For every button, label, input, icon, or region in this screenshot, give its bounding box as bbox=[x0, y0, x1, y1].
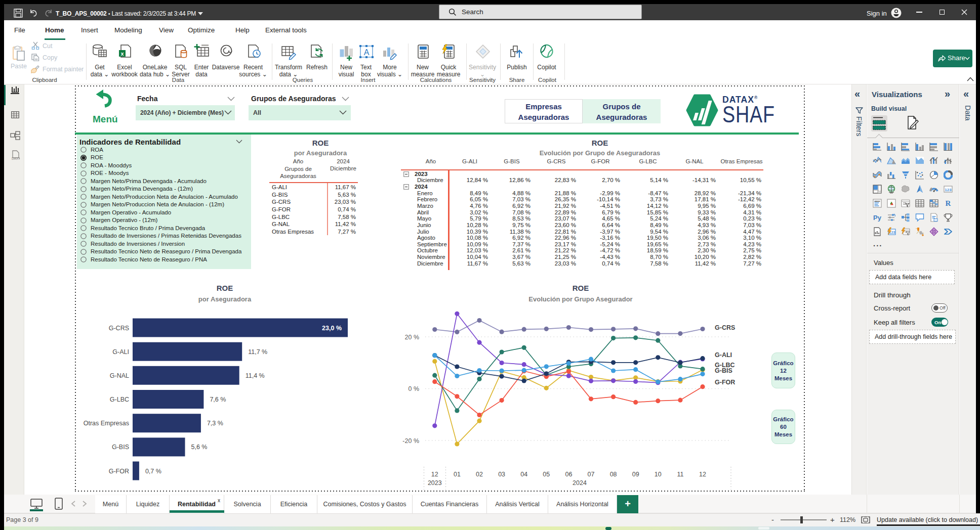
svg-text:G-CRS: G-CRS bbox=[109, 325, 129, 332]
svg-text:0 %: 0 % bbox=[408, 385, 419, 392]
svg-text:11,7 %: 11,7 % bbox=[248, 348, 267, 356]
svg-text:06: 06 bbox=[565, 471, 572, 478]
svg-text:G-LBC: G-LBC bbox=[110, 396, 129, 403]
svg-text:G-FOR: G-FOR bbox=[715, 379, 735, 386]
svg-text:2023: 2023 bbox=[428, 479, 442, 487]
svg-text:03: 03 bbox=[498, 471, 505, 478]
svg-text:08: 08 bbox=[610, 471, 617, 478]
svg-text:DAX: DAX bbox=[12, 157, 19, 160]
svg-text:7,6 %: 7,6 % bbox=[210, 396, 226, 403]
svg-text:12: 12 bbox=[431, 471, 438, 478]
svg-text:0,7 %: 0,7 % bbox=[145, 468, 161, 475]
svg-text:R: R bbox=[946, 199, 951, 207]
svg-text:123: 123 bbox=[945, 188, 952, 192]
svg-text:A: A bbox=[364, 48, 370, 57]
svg-text:G-ALI: G-ALI bbox=[112, 348, 129, 356]
svg-text:20 %: 20 % bbox=[405, 334, 420, 341]
svg-text:05: 05 bbox=[543, 471, 550, 478]
svg-text:G-ALI: G-ALI bbox=[715, 351, 732, 359]
svg-text:11: 11 bbox=[677, 471, 683, 478]
svg-text:07: 07 bbox=[588, 471, 595, 478]
svg-text:-20 %: -20 % bbox=[402, 437, 419, 445]
svg-text:2024: 2024 bbox=[573, 479, 587, 487]
svg-text:02: 02 bbox=[476, 471, 483, 478]
svg-text:G-FOR: G-FOR bbox=[109, 468, 129, 475]
svg-text:G-BIS: G-BIS bbox=[715, 367, 732, 374]
svg-text:x: x bbox=[120, 51, 124, 57]
svg-text:7,3 %: 7,3 % bbox=[207, 420, 223, 427]
svg-text:G-BIS: G-BIS bbox=[112, 444, 129, 451]
svg-text:12: 12 bbox=[699, 471, 706, 478]
svg-text:G-CRS: G-CRS bbox=[715, 324, 735, 331]
svg-text:01: 01 bbox=[454, 471, 461, 478]
svg-text:23,0 %: 23,0 % bbox=[322, 325, 342, 332]
svg-text:04: 04 bbox=[520, 471, 527, 478]
svg-text:Otras Empresas: Otras Empresas bbox=[84, 420, 129, 427]
svg-text:09: 09 bbox=[632, 471, 639, 478]
svg-text:11,4 %: 11,4 % bbox=[246, 372, 265, 379]
svg-text:5,6 %: 5,6 % bbox=[191, 444, 208, 451]
svg-text:10: 10 bbox=[655, 471, 662, 478]
svg-text:Py: Py bbox=[873, 214, 882, 222]
svg-text:G-NAL: G-NAL bbox=[110, 372, 129, 379]
